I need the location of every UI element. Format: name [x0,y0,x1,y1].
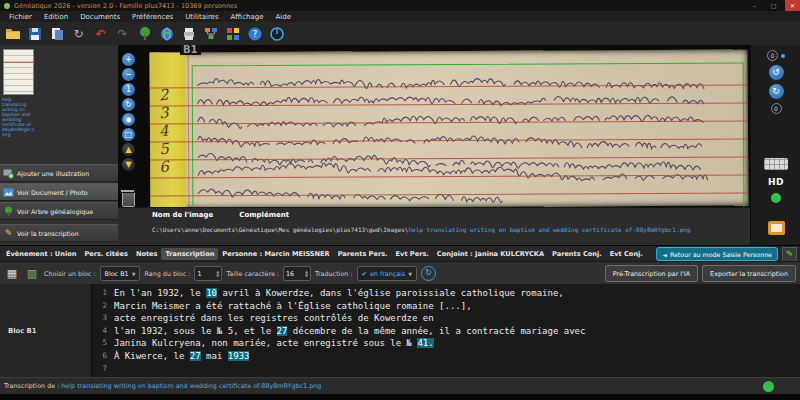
application-window: Généatique 2026 - version 2.0 - Famille … [0,0,800,400]
menu-fichier[interactable]: Fichier [3,13,38,21]
export-transcription-button[interactable]: Exporter la transcription [702,265,796,282]
redo-icon[interactable]: ↷ [113,24,132,43]
return-button[interactable]: ◄Retour au mode Saisie Personne [656,247,778,261]
view-document-photo-button[interactable]: Voir Document / Photo [0,183,118,201]
zoom-100-button[interactable]: 1 [122,83,135,96]
transcription-line[interactable]: 4l'an 1932, sous le № 5, et le 27 décemb… [92,325,796,338]
rotate-cw-button[interactable]: ↻ [769,84,784,99]
line-text[interactable]: Marcin Meismer a été rattaché à l'Église… [114,300,472,313]
legend-colors-icon[interactable] [223,24,242,43]
tab-personne[interactable]: Personne : Marcin MEISSNER [218,248,333,260]
sidebar-button-label: Ajouter une illustration [17,170,89,177]
transcription-line[interactable]: 7 [92,363,796,376]
print-icon[interactable] [179,24,198,43]
rank-stepper[interactable]: 1▲▼ [194,266,222,281]
complement-tab[interactable]: Complément [239,211,289,219]
ai-pretranscription-button[interactable]: Pré-Transcription par l'IA [605,265,698,282]
keyboard-icon[interactable] [764,158,788,170]
illustration-thumbnail[interactable] [3,49,34,95]
highlighted-value[interactable]: 1933 [228,351,250,361]
tab-notes[interactable]: Notes [132,248,162,260]
close-button[interactable]: ✕ [785,0,800,11]
status-file-link[interactable]: help translating writing on baptism and … [61,382,321,390]
stepper-arrows-icon[interactable]: ▲▼ [305,270,308,278]
record-indicator[interactable] [771,193,781,203]
photo-tool-icon[interactable] [768,221,785,235]
menu-aide[interactable]: Aide [269,13,296,21]
power-icon[interactable] [267,24,286,43]
transcription-line[interactable]: 5Janina Kulcryena, non mariée, acte enre… [92,337,796,350]
view-transcription-button[interactable]: ✎ Voir la transcription [0,224,118,242]
menu-preferences[interactable]: Préférences [126,13,179,21]
fit-button[interactable]: □ [122,128,135,141]
window-title: Généatique 2026 - version 2.0 - Famille … [14,2,743,10]
menu-affichage[interactable]: Affichage [225,13,270,21]
block-select[interactable]: Bloc B1▼ [100,266,141,281]
transcription-lines[interactable]: 1En l'an 1932, le 10 avril à Kowerdze, d… [92,287,796,377]
chevron-down-icon: ▼ [408,271,412,277]
translation-select[interactable]: ✔en français▼ [357,266,418,281]
menu-edition[interactable]: Edition [38,13,74,21]
block-list-icon[interactable]: ▥ [24,266,40,282]
add-illustration-button[interactable]: Ajouter une illustration [0,164,118,182]
line-text[interactable]: À Kiwerce, le 27 mai 1933 [114,350,249,363]
image-name-tab[interactable]: Nom de l'image [152,211,213,219]
zoom-in-button[interactable]: + [122,53,135,66]
transcription-line[interactable]: 6À Kiwerce, le 27 mai 1933 [92,350,796,363]
zoom-out-button[interactable]: − [122,68,135,81]
block-label-overlay[interactable]: B1 [180,45,201,55]
transcription-line[interactable]: 1En l'an 1932, le 10 avril à Kowerdze, d… [92,287,796,300]
tab-conjoint[interactable]: Conjoint : Janina KULCRYCKA [433,248,548,260]
tab-evenement-union[interactable]: Évènement : Union [2,248,80,260]
transcription-line[interactable]: 2Marcin Meismer a été rattaché à l'Églis… [92,300,796,313]
counter-badge-top[interactable]: 0 [767,50,778,61]
highlighted-value[interactable]: 27 [190,351,201,361]
font-size-stepper[interactable]: 16▲▼ [283,266,311,281]
web-globe-icon[interactable] [157,24,176,43]
block-grid-icon[interactable]: ▦ [4,266,20,282]
genealogy-tree-icon [3,206,14,217]
help-icon[interactable]: ? [245,24,264,43]
font-size-label: Taille caractère : [226,270,279,278]
translation-label: Traduction : [315,270,353,278]
move-down-button[interactable]: ▼ [122,158,135,171]
documents-icon[interactable] [47,24,66,43]
tab-evt-conj[interactable]: Evt Conj. [606,248,647,260]
rotate-button[interactable]: ↻ [122,98,135,111]
stepper-arrows-icon[interactable]: ▲▼ [216,270,219,278]
highlighted-value[interactable]: 10 [206,288,217,298]
rotate-ccw-button[interactable]: ↺ [769,65,784,80]
hd-badge[interactable]: HD [768,177,784,187]
document-viewer[interactable]: 23456 B1 + − 1 ↻ ◉ □ ▲ ▼ [118,45,750,207]
tree-icon[interactable] [135,24,154,43]
tab-pers-citees[interactable]: Pers. citées [80,248,131,260]
highlighted-value[interactable]: 41. [417,338,433,348]
refresh-icon[interactable]: ↻ [69,24,88,43]
tab-parents-pers[interactable]: Parents Pers. [334,248,392,260]
open-folder-icon[interactable] [3,24,22,43]
menu-documents[interactable]: Documents [74,13,126,21]
tab-parents-conj[interactable]: Parents Conj. [548,248,606,260]
maximize-button[interactable]: □ [766,0,781,11]
tab-transcription[interactable]: Transcription [161,248,218,260]
line-text[interactable]: En l'an 1932, le 10 avril à Kowerdze, da… [114,287,564,300]
save-icon[interactable] [25,24,44,43]
move-up-button[interactable]: ▲ [122,143,135,156]
view-tree-button[interactable]: Voir Arbre généalogique [0,202,118,220]
transcription-line[interactable]: 3acte enregistré dans les registres cont… [92,312,796,325]
counter-badge-mid[interactable]: 0 [771,103,782,114]
delete-image-button[interactable] [122,193,135,207]
status-green-indicator[interactable] [763,381,774,392]
family-chart-icon[interactable] [201,24,220,43]
line-text[interactable]: Janina Kulcryena, non mariée, acte enreg… [114,337,434,350]
line-text[interactable]: l'an 1932, sous le № 5, et le 27 décembr… [114,325,585,338]
center-button[interactable]: ◉ [122,113,135,126]
menu-utilitaires[interactable]: Utilitaires [179,13,224,21]
highlighted-value[interactable]: 27 [277,326,288,336]
undo-icon[interactable]: ↶ [91,24,110,43]
minimize-button[interactable]: – [747,0,762,11]
edit-pencil-icon[interactable]: ✎ [782,247,797,262]
tab-evt-pers[interactable]: Evt Pers. [392,248,433,260]
refresh-translation-icon[interactable]: ↻ [421,266,436,281]
line-text[interactable]: acte enregistré dans les registres contr… [114,312,434,325]
